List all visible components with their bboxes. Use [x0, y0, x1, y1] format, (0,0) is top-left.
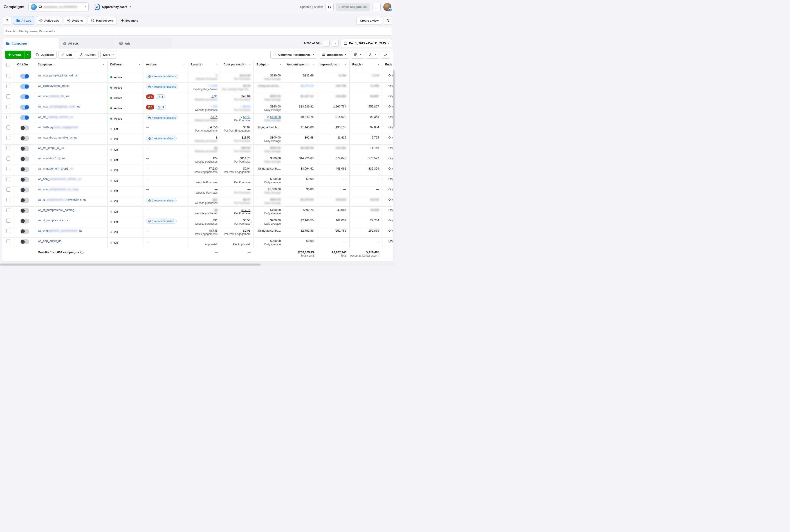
vertical-scrollbar[interactable]	[393, 70, 395, 258]
column-header-actions[interactable]: Actions▼	[143, 61, 188, 72]
row-checkbox[interactable]	[6, 105, 10, 109]
campaign-toggle[interactable]	[20, 188, 29, 192]
recommendations-pill[interactable]: 1 recommendation	[146, 218, 176, 224]
select-all-checkbox[interactable]	[6, 63, 10, 67]
recommendations-pill[interactable]: 4 recommendations	[146, 74, 178, 79]
prev-page-button[interactable]: ‹	[323, 40, 330, 46]
reports-button[interactable]: ▼	[351, 51, 364, 59]
campaign-toggle[interactable]	[20, 115, 29, 120]
budget-value[interactable]: $100.00	[267, 115, 281, 118]
column-header-impressions[interactable]: Impressions↑↓▼	[317, 61, 350, 72]
campaign-link[interactable]: ws_rt_pumprestock_noexclusions_us	[38, 198, 87, 201]
charts-button[interactable]	[381, 51, 390, 59]
issues-badge[interactable]: 1	[146, 94, 154, 99]
campaign-toggle[interactable]	[20, 239, 29, 244]
filter-settings-button[interactable]	[384, 16, 392, 25]
column-header-results[interactable]: Results↑↓▼	[188, 61, 221, 72]
filter-search-input[interactable]	[3, 27, 392, 36]
column-header-budget[interactable]: Budget↑↓▼	[254, 61, 284, 72]
row-checkbox[interactable]	[6, 198, 10, 202]
row-checkbox[interactable]	[6, 115, 10, 119]
campaign-toggle[interactable]	[20, 136, 29, 141]
see-more-button[interactable]: See more	[118, 16, 141, 25]
campaign-toggle[interactable]	[20, 208, 29, 213]
row-checkbox[interactable]	[6, 126, 10, 130]
create-a-view-button[interactable]: Create a view	[357, 16, 382, 25]
campaign-toggle[interactable]	[20, 167, 29, 172]
campaign-toggle[interactable]	[20, 105, 29, 110]
row-checkbox[interactable]	[6, 156, 10, 160]
column-header-reach[interactable]: Reach↑↓▼	[350, 61, 382, 72]
campaign-link[interactable]: ws_rt_pumprestock_catalog	[38, 208, 74, 212]
campaign-link[interactable]: ws_rt_pumprestock_us	[38, 218, 68, 222]
ab-test-button[interactable]: A/B test	[77, 51, 98, 59]
create-dropdown-button[interactable]: ▼	[24, 51, 31, 59]
filter-pill-all-ads[interactable]: All ads	[13, 16, 34, 25]
campaign-link[interactable]: ws_nca_drop1_w_us	[38, 156, 65, 160]
edit-button[interactable]: Edit	[58, 51, 75, 59]
campaign-link[interactable]: ws_nca_pumpleggings_main_us	[38, 105, 80, 108]
campaign-toggle[interactable]	[20, 74, 29, 79]
results-value[interactable]: ↗1,003	[207, 84, 218, 88]
more-button[interactable]: More ▼	[100, 51, 117, 59]
campaign-link[interactable]: ws_birthdayevent_traffic	[38, 84, 69, 88]
filter-pill-had-delivery[interactable]: Had delivery	[88, 16, 116, 25]
opportunities-badge[interactable]: 11	[156, 105, 166, 110]
campaign-link[interactable]: ws_engagement_drop1_us	[38, 167, 73, 170]
next-page-button[interactable]: ›	[332, 40, 339, 46]
results-value[interactable]: ↗203	[210, 105, 218, 108]
row-checkbox[interactable]	[6, 208, 10, 212]
campaign-toggle[interactable]	[20, 94, 29, 99]
campaign-link[interactable]: ws_app_outlet_us	[38, 239, 61, 243]
campaign-link[interactable]: ws_nca_pumpleggings_vid_us	[38, 74, 78, 77]
campaign-link[interactable]: ws_nca_pumprestock_athlete_us	[38, 177, 81, 180]
campaign-toggle[interactable]	[20, 126, 29, 130]
recommendations-pill[interactable]: 1 recommendation	[146, 198, 176, 203]
cost-per-result-value[interactable]: ↘$4.42	[240, 115, 250, 118]
account-selector[interactable]: pumpstore_us (2034581034) ▼	[29, 2, 89, 12]
campaign-toggle[interactable]	[20, 84, 29, 89]
recommendations-pill[interactable]: 1 recommendation	[146, 136, 176, 141]
tab-ads[interactable]: Ads	[116, 38, 172, 49]
campaign-toggle[interactable]	[20, 146, 29, 151]
row-checkbox[interactable]	[6, 94, 10, 98]
campaign-toggle[interactable]	[20, 218, 29, 224]
results-value[interactable]: ↗31	[211, 94, 218, 98]
horizontal-scrollbar-thumb[interactable]	[0, 264, 261, 266]
amount-spent-value[interactable]: $3,275.18	[301, 84, 314, 88]
column-header-ends[interactable]: Ends↑↓	[382, 61, 393, 72]
row-checkbox[interactable]	[6, 177, 10, 181]
refresh-button[interactable]	[325, 3, 334, 11]
horizontal-scrollbar[interactable]	[0, 263, 395, 266]
tab-campaigns[interactable]: Campaigns	[3, 38, 58, 49]
review-and-publish-button[interactable]: Review and publish	[336, 3, 370, 11]
duplicate-button[interactable]: Duplicate	[33, 51, 57, 59]
row-checkbox[interactable]	[6, 229, 10, 233]
column-header-delivery[interactable]: Delivery↑▼	[108, 61, 143, 72]
campaign-link[interactable]: ws_rm_drop1_w_us	[38, 146, 64, 150]
recommendations-pill[interactable]: 4 recommendations	[146, 84, 178, 89]
more-options-button[interactable]: …	[373, 3, 381, 11]
columns-button[interactable]: Columns: Performance ▼	[270, 51, 317, 59]
row-checkbox[interactable]	[6, 84, 10, 88]
column-header-off-on[interactable]: Off / On↑↓	[14, 61, 35, 72]
row-checkbox[interactable]	[6, 188, 10, 192]
create-button[interactable]: Create	[5, 51, 24, 59]
opportunities-badge[interactable]: 4	[156, 94, 165, 99]
campaign-link[interactable]: ws_nca_drop1_zombie_bc_us	[38, 136, 77, 139]
campaign-toggle[interactable]	[20, 156, 29, 162]
user-avatar[interactable]: f	[383, 3, 391, 11]
column-header-cost-per-result[interactable]: Cost per result↑↓▼	[221, 61, 254, 72]
tab-ad-sets[interactable]: Ad sets	[59, 38, 115, 49]
row-checkbox[interactable]	[6, 136, 10, 140]
filter-pill-active-ads[interactable]: Active ads	[36, 16, 62, 25]
opportunity-score[interactable]: 56 Opportunity score ▼	[94, 4, 132, 10]
cost-per-result-value[interactable]: ↘$5.62	[240, 105, 250, 108]
campaign-link[interactable]: ws_engagement_pumprestock_us	[38, 229, 82, 232]
row-checkbox[interactable]	[6, 239, 10, 243]
row-checkbox[interactable]	[6, 146, 10, 150]
filter-pill-actions[interactable]: Actions	[64, 16, 86, 25]
campaign-link[interactable]: ws_nca_pumprestock_us_copy	[38, 188, 78, 191]
column-header-amount-spent[interactable]: Amount spent↑↓▼	[284, 61, 317, 72]
breakdown-button[interactable]: Breakdown ▼	[319, 51, 349, 59]
